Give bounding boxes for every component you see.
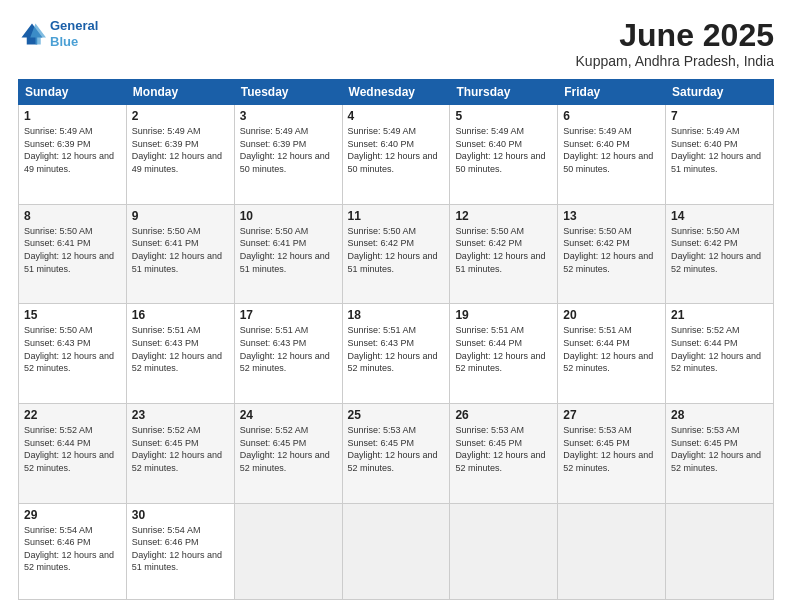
table-row: 8 Sunrise: 5:50 AMSunset: 6:41 PMDayligh…	[19, 204, 127, 304]
title-block: June 2025 Kuppam, Andhra Pradesh, India	[576, 18, 774, 69]
table-row: 3 Sunrise: 5:49 AMSunset: 6:39 PMDayligh…	[234, 105, 342, 205]
day-info: Sunrise: 5:49 AMSunset: 6:39 PMDaylight:…	[240, 125, 337, 175]
table-row: 13 Sunrise: 5:50 AMSunset: 6:42 PMDaylig…	[558, 204, 666, 304]
table-row: 10 Sunrise: 5:50 AMSunset: 6:41 PMDaylig…	[234, 204, 342, 304]
day-info: Sunrise: 5:50 AMSunset: 6:42 PMDaylight:…	[455, 225, 552, 275]
day-number: 25	[348, 408, 445, 422]
day-number: 2	[132, 109, 229, 123]
day-info: Sunrise: 5:49 AMSunset: 6:40 PMDaylight:…	[348, 125, 445, 175]
day-info: Sunrise: 5:49 AMSunset: 6:40 PMDaylight:…	[671, 125, 768, 175]
table-row: 12 Sunrise: 5:50 AMSunset: 6:42 PMDaylig…	[450, 204, 558, 304]
table-row: 17 Sunrise: 5:51 AMSunset: 6:43 PMDaylig…	[234, 304, 342, 404]
table-row: 11 Sunrise: 5:50 AMSunset: 6:42 PMDaylig…	[342, 204, 450, 304]
col-saturday: Saturday	[666, 80, 774, 105]
day-info: Sunrise: 5:50 AMSunset: 6:42 PMDaylight:…	[671, 225, 768, 275]
table-row	[450, 503, 558, 599]
col-sunday: Sunday	[19, 80, 127, 105]
day-info: Sunrise: 5:51 AMSunset: 6:43 PMDaylight:…	[132, 324, 229, 374]
table-row: 5 Sunrise: 5:49 AMSunset: 6:40 PMDayligh…	[450, 105, 558, 205]
day-info: Sunrise: 5:50 AMSunset: 6:42 PMDaylight:…	[563, 225, 660, 275]
table-row: 15 Sunrise: 5:50 AMSunset: 6:43 PMDaylig…	[19, 304, 127, 404]
logo-text: General Blue	[50, 18, 98, 49]
day-number: 8	[24, 209, 121, 223]
day-number: 6	[563, 109, 660, 123]
day-number: 1	[24, 109, 121, 123]
day-info: Sunrise: 5:50 AMSunset: 6:42 PMDaylight:…	[348, 225, 445, 275]
calendar-week-row: 15 Sunrise: 5:50 AMSunset: 6:43 PMDaylig…	[19, 304, 774, 404]
calendar-week-row: 1 Sunrise: 5:49 AMSunset: 6:39 PMDayligh…	[19, 105, 774, 205]
day-number: 14	[671, 209, 768, 223]
calendar-header-row: Sunday Monday Tuesday Wednesday Thursday…	[19, 80, 774, 105]
day-info: Sunrise: 5:54 AMSunset: 6:46 PMDaylight:…	[132, 524, 229, 574]
table-row: 30 Sunrise: 5:54 AMSunset: 6:46 PMDaylig…	[126, 503, 234, 599]
month-title: June 2025	[576, 18, 774, 53]
day-info: Sunrise: 5:49 AMSunset: 6:40 PMDaylight:…	[563, 125, 660, 175]
day-info: Sunrise: 5:51 AMSunset: 6:44 PMDaylight:…	[563, 324, 660, 374]
day-info: Sunrise: 5:49 AMSunset: 6:39 PMDaylight:…	[24, 125, 121, 175]
table-row	[342, 503, 450, 599]
day-number: 17	[240, 308, 337, 322]
table-row: 22 Sunrise: 5:52 AMSunset: 6:44 PMDaylig…	[19, 404, 127, 504]
day-info: Sunrise: 5:50 AMSunset: 6:41 PMDaylight:…	[132, 225, 229, 275]
day-number: 28	[671, 408, 768, 422]
day-number: 24	[240, 408, 337, 422]
table-row: 16 Sunrise: 5:51 AMSunset: 6:43 PMDaylig…	[126, 304, 234, 404]
day-number: 22	[24, 408, 121, 422]
day-number: 30	[132, 508, 229, 522]
day-info: Sunrise: 5:50 AMSunset: 6:43 PMDaylight:…	[24, 324, 121, 374]
day-info: Sunrise: 5:53 AMSunset: 6:45 PMDaylight:…	[348, 424, 445, 474]
calendar-week-row: 22 Sunrise: 5:52 AMSunset: 6:44 PMDaylig…	[19, 404, 774, 504]
day-info: Sunrise: 5:53 AMSunset: 6:45 PMDaylight:…	[671, 424, 768, 474]
calendar-week-row: 29 Sunrise: 5:54 AMSunset: 6:46 PMDaylig…	[19, 503, 774, 599]
day-number: 20	[563, 308, 660, 322]
logo: General Blue	[18, 18, 98, 49]
table-row: 25 Sunrise: 5:53 AMSunset: 6:45 PMDaylig…	[342, 404, 450, 504]
location: Kuppam, Andhra Pradesh, India	[576, 53, 774, 69]
col-friday: Friday	[558, 80, 666, 105]
table-row	[666, 503, 774, 599]
table-row: 23 Sunrise: 5:52 AMSunset: 6:45 PMDaylig…	[126, 404, 234, 504]
day-number: 26	[455, 408, 552, 422]
table-row: 9 Sunrise: 5:50 AMSunset: 6:41 PMDayligh…	[126, 204, 234, 304]
day-number: 19	[455, 308, 552, 322]
day-info: Sunrise: 5:52 AMSunset: 6:44 PMDaylight:…	[24, 424, 121, 474]
day-info: Sunrise: 5:50 AMSunset: 6:41 PMDaylight:…	[240, 225, 337, 275]
day-info: Sunrise: 5:53 AMSunset: 6:45 PMDaylight:…	[455, 424, 552, 474]
table-row: 2 Sunrise: 5:49 AMSunset: 6:39 PMDayligh…	[126, 105, 234, 205]
day-info: Sunrise: 5:54 AMSunset: 6:46 PMDaylight:…	[24, 524, 121, 574]
day-number: 5	[455, 109, 552, 123]
logo-icon	[18, 20, 46, 48]
table-row: 26 Sunrise: 5:53 AMSunset: 6:45 PMDaylig…	[450, 404, 558, 504]
table-row: 6 Sunrise: 5:49 AMSunset: 6:40 PMDayligh…	[558, 105, 666, 205]
day-number: 23	[132, 408, 229, 422]
page: General Blue June 2025 Kuppam, Andhra Pr…	[0, 0, 792, 612]
day-number: 27	[563, 408, 660, 422]
day-info: Sunrise: 5:53 AMSunset: 6:45 PMDaylight:…	[563, 424, 660, 474]
table-row: 29 Sunrise: 5:54 AMSunset: 6:46 PMDaylig…	[19, 503, 127, 599]
day-number: 7	[671, 109, 768, 123]
table-row: 1 Sunrise: 5:49 AMSunset: 6:39 PMDayligh…	[19, 105, 127, 205]
day-info: Sunrise: 5:49 AMSunset: 6:39 PMDaylight:…	[132, 125, 229, 175]
day-number: 18	[348, 308, 445, 322]
table-row: 14 Sunrise: 5:50 AMSunset: 6:42 PMDaylig…	[666, 204, 774, 304]
calendar-week-row: 8 Sunrise: 5:50 AMSunset: 6:41 PMDayligh…	[19, 204, 774, 304]
day-number: 9	[132, 209, 229, 223]
col-tuesday: Tuesday	[234, 80, 342, 105]
day-number: 16	[132, 308, 229, 322]
table-row: 4 Sunrise: 5:49 AMSunset: 6:40 PMDayligh…	[342, 105, 450, 205]
table-row: 28 Sunrise: 5:53 AMSunset: 6:45 PMDaylig…	[666, 404, 774, 504]
day-info: Sunrise: 5:51 AMSunset: 6:43 PMDaylight:…	[348, 324, 445, 374]
table-row: 20 Sunrise: 5:51 AMSunset: 6:44 PMDaylig…	[558, 304, 666, 404]
table-row: 27 Sunrise: 5:53 AMSunset: 6:45 PMDaylig…	[558, 404, 666, 504]
day-number: 13	[563, 209, 660, 223]
day-info: Sunrise: 5:52 AMSunset: 6:45 PMDaylight:…	[132, 424, 229, 474]
day-info: Sunrise: 5:50 AMSunset: 6:41 PMDaylight:…	[24, 225, 121, 275]
day-number: 29	[24, 508, 121, 522]
day-number: 21	[671, 308, 768, 322]
table-row: 21 Sunrise: 5:52 AMSunset: 6:44 PMDaylig…	[666, 304, 774, 404]
table-row: 24 Sunrise: 5:52 AMSunset: 6:45 PMDaylig…	[234, 404, 342, 504]
day-number: 10	[240, 209, 337, 223]
table-row: 7 Sunrise: 5:49 AMSunset: 6:40 PMDayligh…	[666, 105, 774, 205]
calendar-table: Sunday Monday Tuesday Wednesday Thursday…	[18, 79, 774, 600]
day-info: Sunrise: 5:49 AMSunset: 6:40 PMDaylight:…	[455, 125, 552, 175]
